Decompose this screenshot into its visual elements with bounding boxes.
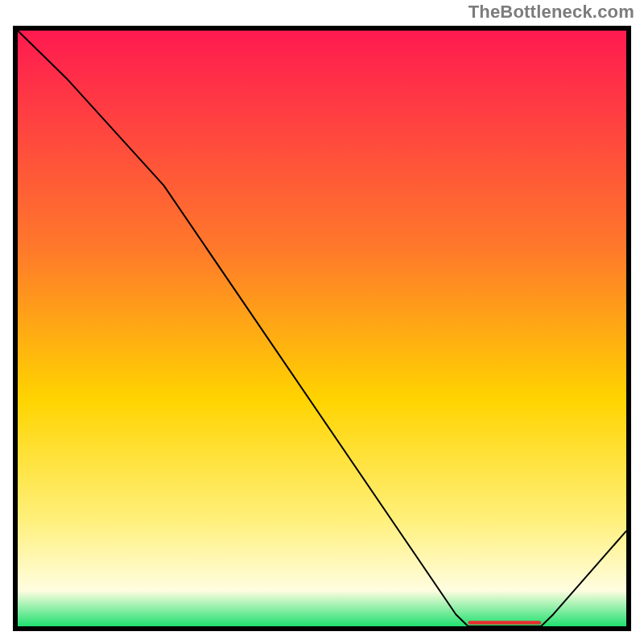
- watermark-text: TheBottleneck.com: [469, 2, 634, 23]
- chart-background: [18, 31, 626, 626]
- optimum-marker: [468, 621, 541, 624]
- bottleneck-chart: [18, 31, 626, 626]
- chart-frame: [13, 26, 631, 631]
